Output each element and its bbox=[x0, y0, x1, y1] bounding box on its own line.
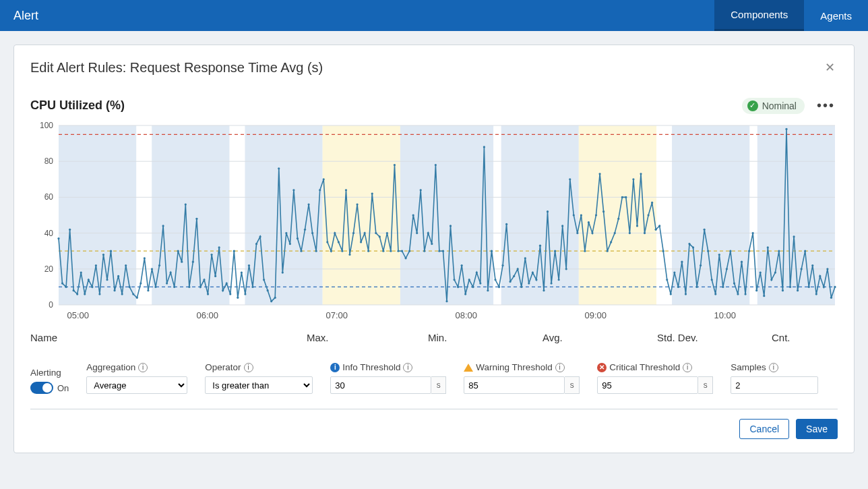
svg-point-71 bbox=[210, 254, 212, 256]
svg-point-164 bbox=[558, 279, 560, 281]
svg-point-61 bbox=[173, 286, 175, 288]
aggregation-col: Aggregation i Average bbox=[86, 362, 187, 394]
svg-point-107 bbox=[345, 189, 347, 191]
tab-agents[interactable]: Agents bbox=[804, 0, 868, 31]
save-button[interactable]: Save bbox=[796, 419, 838, 439]
svg-point-229 bbox=[801, 268, 803, 270]
svg-text:05:00: 05:00 bbox=[67, 310, 90, 320]
svg-point-80 bbox=[244, 293, 246, 295]
svg-point-195 bbox=[673, 272, 675, 274]
svg-point-162 bbox=[550, 282, 552, 284]
info-threshold-input[interactable] bbox=[330, 376, 431, 394]
more-icon[interactable]: ••• bbox=[814, 95, 838, 116]
svg-point-122 bbox=[401, 250, 403, 252]
svg-point-130 bbox=[431, 243, 433, 245]
svg-point-42 bbox=[102, 254, 104, 256]
svg-point-223 bbox=[778, 250, 780, 252]
svg-point-176 bbox=[602, 210, 604, 212]
svg-point-137 bbox=[457, 286, 459, 288]
alert-form: Alerting On Aggregation i Average Operat… bbox=[30, 362, 838, 394]
svg-point-182 bbox=[625, 196, 627, 198]
cancel-button[interactable]: Cancel bbox=[739, 419, 789, 439]
unit-label: s bbox=[698, 376, 713, 394]
info-icon[interactable]: i bbox=[138, 363, 148, 372]
svg-point-219 bbox=[763, 295, 765, 297]
svg-point-39 bbox=[91, 286, 93, 288]
svg-point-165 bbox=[561, 225, 563, 227]
svg-point-168 bbox=[573, 214, 575, 216]
svg-point-101 bbox=[323, 178, 325, 180]
critical-threshold-input[interactable] bbox=[597, 376, 698, 394]
info-icon[interactable]: i bbox=[403, 363, 412, 372]
svg-point-170 bbox=[580, 214, 582, 216]
panel-header: Edit Alert Rules: Request Response Time … bbox=[14, 45, 854, 84]
tab-components[interactable]: Components bbox=[714, 0, 804, 31]
svg-point-92 bbox=[289, 243, 291, 245]
svg-point-187 bbox=[644, 232, 646, 234]
svg-point-82 bbox=[251, 286, 253, 288]
svg-point-156 bbox=[528, 282, 530, 284]
svg-point-52 bbox=[140, 282, 142, 284]
svg-point-207 bbox=[718, 254, 720, 256]
svg-point-118 bbox=[386, 232, 388, 234]
svg-point-185 bbox=[636, 225, 638, 227]
samples-input[interactable] bbox=[731, 376, 818, 394]
svg-point-49 bbox=[129, 286, 131, 288]
chart-title: CPU Utilized (%) bbox=[30, 98, 125, 113]
svg-point-45 bbox=[113, 289, 115, 291]
info-icon[interactable]: i bbox=[683, 363, 692, 372]
status-badge: ✓ Nominal bbox=[742, 98, 805, 114]
svg-point-227 bbox=[793, 235, 795, 237]
svg-point-121 bbox=[397, 250, 399, 252]
svg-point-201 bbox=[695, 286, 698, 288]
svg-point-206 bbox=[714, 293, 716, 295]
svg-text:10:00: 10:00 bbox=[714, 310, 737, 320]
svg-text:20: 20 bbox=[44, 264, 54, 274]
svg-point-228 bbox=[797, 289, 799, 291]
svg-point-190 bbox=[655, 229, 657, 231]
svg-point-32 bbox=[65, 286, 67, 288]
warning-threshold-input[interactable] bbox=[464, 376, 565, 394]
svg-point-77 bbox=[233, 250, 235, 252]
svg-point-236 bbox=[826, 268, 828, 270]
svg-point-117 bbox=[382, 250, 384, 252]
svg-point-152 bbox=[513, 275, 515, 277]
svg-point-161 bbox=[547, 210, 549, 212]
close-icon[interactable]: ✕ bbox=[822, 57, 838, 78]
svg-point-135 bbox=[450, 225, 452, 227]
svg-point-87 bbox=[270, 300, 272, 302]
stat-std: Std. Dev. bbox=[657, 332, 772, 343]
svg-point-79 bbox=[241, 272, 243, 274]
svg-point-197 bbox=[681, 261, 683, 263]
svg-rect-2 bbox=[245, 125, 322, 305]
critical-threshold-col: ✕ Critical Threshold i s bbox=[597, 362, 713, 394]
top-tabs: Components Agents bbox=[714, 0, 868, 31]
info-icon[interactable]: i bbox=[769, 363, 778, 372]
svg-point-70 bbox=[207, 293, 209, 295]
svg-point-127 bbox=[420, 189, 422, 191]
alerting-toggle[interactable] bbox=[30, 382, 53, 394]
operator-select[interactable]: Is greater than bbox=[205, 376, 313, 394]
svg-text:60: 60 bbox=[44, 192, 54, 202]
operator-col: Operator i Is greater than bbox=[205, 362, 313, 394]
svg-text:08:00: 08:00 bbox=[456, 310, 478, 320]
svg-point-69 bbox=[203, 279, 205, 281]
svg-point-209 bbox=[726, 268, 728, 270]
svg-point-48 bbox=[125, 264, 127, 266]
cpu-chart: 02040608010005:0006:0007:0008:0009:0010:… bbox=[30, 121, 838, 324]
svg-point-177 bbox=[607, 250, 609, 252]
svg-point-138 bbox=[461, 264, 463, 266]
panel-title: Edit Alert Rules: Request Response Time … bbox=[30, 60, 323, 76]
info-icon[interactable]: i bbox=[244, 363, 253, 372]
svg-point-210 bbox=[729, 250, 731, 252]
svg-point-50 bbox=[132, 293, 134, 295]
svg-point-238 bbox=[834, 286, 836, 288]
stat-name: Name bbox=[30, 332, 307, 343]
svg-point-123 bbox=[404, 257, 406, 259]
svg-point-99 bbox=[315, 250, 317, 252]
svg-point-221 bbox=[770, 279, 772, 281]
svg-point-188 bbox=[647, 214, 649, 216]
info-icon[interactable]: i bbox=[555, 363, 565, 372]
aggregation-select[interactable]: Average bbox=[86, 376, 187, 394]
svg-point-85 bbox=[263, 279, 265, 281]
